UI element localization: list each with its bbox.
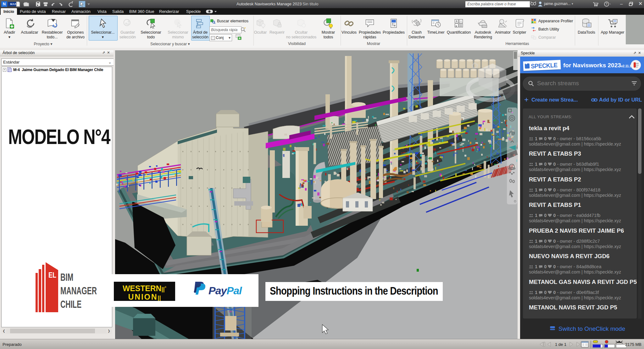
svg-text:PayPal: PayPal [208,285,242,296]
svg-text:EL: EL [48,271,56,279]
svg-text:?: ? [606,3,608,6]
svg-text:SPECKLE: SPECKLE [531,62,558,69]
svg-text:jaime.guzman...: jaime.guzman... [544,2,571,6]
svg-text:BIM: BIM [60,271,73,283]
svg-text:MANAGER: MANAGER [60,285,97,296]
svg-text:CHILE: CHILE [60,298,81,310]
svg-text:▾: ▾ [572,2,573,5]
